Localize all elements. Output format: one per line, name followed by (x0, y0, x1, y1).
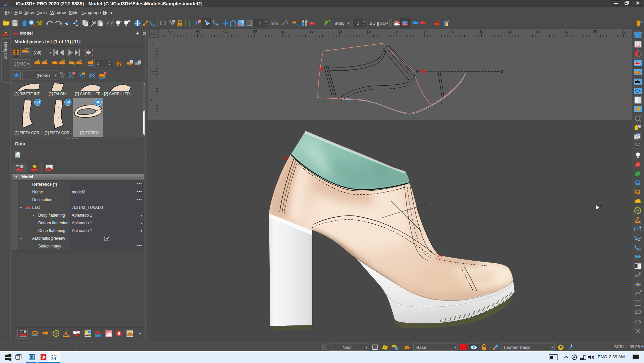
svg-text:-30: -30 (252, 29, 257, 33)
svg-text:-10: -10 (365, 29, 371, 33)
svg-text:-15: -15 (337, 29, 342, 33)
svg-text:-25: -25 (280, 29, 285, 33)
svg-text:30: 30 (593, 29, 597, 33)
svg-text:15: 15 (508, 29, 512, 33)
svg-text:25: 25 (565, 29, 569, 33)
svg-text:-20: -20 (308, 29, 314, 33)
svg-text:35: 35 (622, 29, 626, 33)
svg-text:5: 5 (151, 41, 153, 45)
svg-text:-5: -5 (150, 98, 153, 102)
svg-text:10: 10 (479, 29, 483, 33)
svg-text:S: S (118, 331, 120, 335)
svg-text:0: 0 (424, 29, 426, 33)
svg-text:-40: -40 (195, 29, 200, 33)
svg-text:S: S (111, 22, 112, 25)
svg-text:20: 20 (536, 29, 540, 33)
svg-text:B: B (116, 59, 121, 67)
svg-text:5: 5 (452, 29, 454, 33)
svg-text:3d: 3d (51, 356, 56, 361)
svg-text:-45: -45 (166, 29, 172, 33)
svg-text:L1: L1 (30, 356, 34, 359)
svg-text:0: 0 (151, 70, 153, 74)
svg-text:-35: -35 (223, 29, 228, 33)
svg-text:3d: 3d (3, 3, 7, 7)
svg-text:S: S (107, 22, 108, 25)
svg-text:-5: -5 (394, 29, 398, 33)
svg-text:Cm.: Cm. (151, 31, 157, 36)
